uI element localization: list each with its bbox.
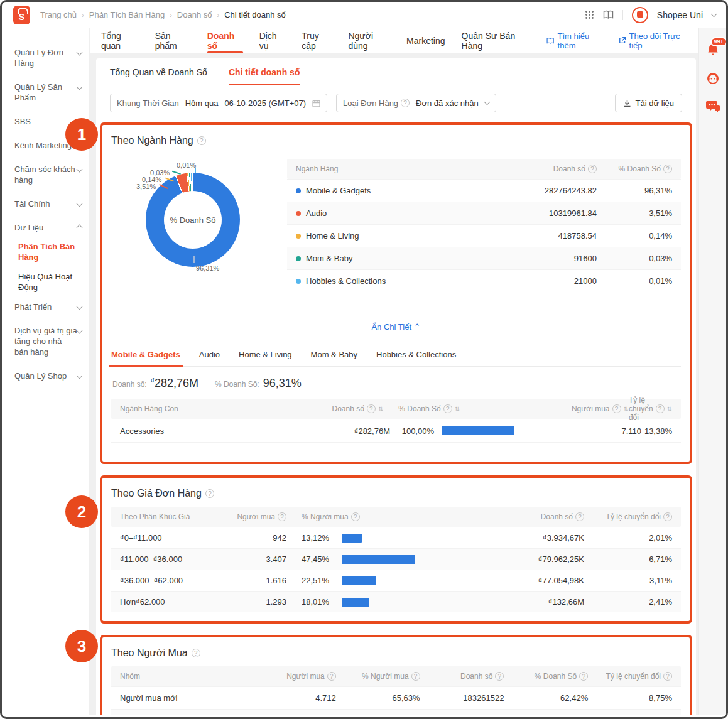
category-row-mom-baby: Mom & Baby 91600 0,03% (287, 247, 681, 269)
col-buyers: Người mua? (252, 672, 336, 681)
info-icon[interactable]: ? (192, 649, 200, 657)
apps-grid-icon[interactable] (585, 10, 594, 19)
learn-more-link[interactable]: Tìm hiểu thêm (546, 31, 603, 50)
info-icon[interactable]: ? (663, 672, 672, 681)
legend-dot-yellow (296, 234, 301, 239)
sidebar-item-customer-care[interactable]: Chăm sóc khách hàng (14, 164, 82, 185)
account-name[interactable]: Shopee Uni (657, 10, 703, 20)
donut-leader-line (195, 168, 196, 173)
info-icon[interactable]: ? (205, 489, 214, 498)
time-range-filter[interactable]: Khung Thời Gian Hôm qua 06-10-2025 (GMT+… (110, 94, 327, 112)
legend-dot-blue (296, 188, 301, 193)
sidebar-item-shop-management[interactable]: Quản Lý Shop (14, 370, 82, 381)
cat-tab-mom-baby[interactable]: Mom & Baby (311, 343, 357, 366)
tab-sales-advisor[interactable]: Quân Sư Bán Hàng (462, 28, 531, 53)
info-icon[interactable]: ? (327, 672, 336, 681)
pct-bar (342, 555, 415, 564)
tab-products[interactable]: Sản phẩm (155, 28, 191, 53)
cat-tab-audio[interactable]: Audio (199, 343, 220, 366)
info-icon[interactable]: ? (588, 165, 597, 173)
sidebar-subitem-sales-analytics[interactable]: Phân Tích Bán Hàng (18, 241, 82, 262)
legend-dot-orange (296, 211, 301, 216)
info-icon[interactable]: ? (367, 404, 376, 413)
info-icon[interactable]: ? (411, 672, 420, 681)
download-data-button[interactable]: Tải dữ liệu (615, 94, 682, 112)
pct-bar (342, 534, 362, 543)
account-chevron-down-icon[interactable] (711, 11, 717, 17)
price-segment-table: Theo Phân Khúc Giá Người mua? % Người mu… (111, 507, 681, 619)
sort-icon[interactable]: ⇅ (378, 406, 383, 413)
nav-divider (611, 36, 611, 45)
col-revenue-pct: % Doanh Số?⇅ (383, 404, 536, 413)
chevron-down-icon (77, 50, 83, 56)
cat-tab-hobbies[interactable]: Hobbies & Collections (376, 343, 456, 366)
legend-dot-teal (296, 256, 301, 261)
breadcrumb-sales[interactable]: Doanh số (177, 10, 212, 19)
tab-overview[interactable]: Tổng quan (101, 28, 139, 53)
sort-icon[interactable]: ⇅ (667, 406, 672, 413)
sidebar-item-value-added-services[interactable]: Dịch vụ giá trị gia tăng cho nhà bán hàn… (14, 325, 82, 357)
subtab-sales-detail[interactable]: Chi tiết doanh số (229, 58, 300, 85)
filter-bar: Khung Thời Gian Hôm qua 06-10-2025 (GMT+… (96, 85, 696, 116)
donut-chart[interactable]: % Doanh Số (146, 173, 240, 267)
tab-traffic[interactable]: Truy cập (302, 28, 332, 53)
shopee-logo-icon[interactable]: S (13, 6, 30, 24)
account-avatar[interactable] (632, 7, 648, 23)
info-icon[interactable]: ? (443, 404, 452, 413)
sidebar-item-data[interactable]: Dữ Liệu (14, 222, 82, 233)
chevron-down-icon (77, 304, 83, 310)
sidebar-subitem-operation-performance[interactable]: Hiệu Quả Hoạt Động (18, 271, 82, 293)
notification-rail: 99+ (698, 28, 726, 715)
tab-users[interactable]: Người dùng (348, 28, 390, 53)
live-track-link[interactable]: Theo dõi Trực tiếp (619, 31, 687, 50)
topbar-divider (622, 10, 623, 20)
info-icon[interactable]: ? (495, 672, 504, 681)
col-revenue: Doanh số? (477, 165, 597, 173)
donut-leader-line (193, 256, 195, 263)
tab-marketing[interactable]: Marketing (406, 28, 445, 53)
sort-icon[interactable]: ⇅ (624, 406, 629, 413)
info-icon[interactable]: ? (351, 512, 360, 521)
col-revenue-pct: % Doanh Số? (504, 672, 588, 681)
buyer-table-header: Nhóm Người mua? % Người mua? Doanh số? %… (111, 666, 681, 686)
info-icon[interactable]: ? (579, 672, 588, 681)
buyer-row-new: Người mua mới 4.712 65,63% 183261522 62,… (111, 686, 681, 709)
info-icon[interactable]: ? (656, 404, 665, 413)
chat-button[interactable] (705, 100, 720, 114)
col-revenue: Doanh số? (420, 672, 504, 681)
info-icon[interactable]: ? (612, 404, 621, 413)
subtab-sales-overview[interactable]: Tổng Quan về Doanh Số (110, 58, 207, 85)
guide-book-icon[interactable] (603, 10, 614, 19)
info-icon[interactable]: ? (663, 512, 672, 521)
notification-bell-button[interactable]: 99+ (705, 42, 720, 57)
tab-sales[interactable]: Doanh số (207, 28, 243, 53)
sidebar-item-product-management[interactable]: Quản Lý Sản Phẩm (14, 82, 82, 103)
annotation-badge-3: 3 (65, 630, 98, 662)
cat-tab-mobile[interactable]: Mobile & Gadgets (111, 343, 180, 366)
info-icon[interactable]: ? (401, 99, 410, 107)
sidebar-item-finance[interactable]: Tài Chính (14, 198, 82, 209)
sort-icon[interactable]: ⇅ (455, 406, 460, 413)
col-subcategory: Ngành Hàng Con (120, 404, 285, 413)
chat-bubble-icon (705, 100, 720, 114)
support-button[interactable] (705, 71, 720, 86)
order-type-filter[interactable]: Loại Đơn Hàng ? Đơn đã xác nhận (336, 94, 496, 112)
price-row-1: ₫0–₫11.000 942 13,12% ₫3.934,67K 2,01% (111, 527, 681, 548)
download-icon (623, 99, 631, 107)
category-row-home-living: Home & Living 418758.54 0,14% (287, 224, 681, 247)
hide-details-link[interactable]: Ẩn Chi Tiết ⌃ (371, 322, 420, 332)
info-icon[interactable]: ? (575, 512, 584, 521)
donut-label-hobbies: 0,01% (177, 161, 196, 169)
tab-services[interactable]: Dịch vụ (259, 28, 286, 53)
info-icon[interactable]: ? (278, 512, 286, 521)
subcategory-table: Ngành Hàng Con Doanh số?⇅ % Doanh Số?⇅ N… (111, 399, 681, 459)
sidebar-item-order-management[interactable]: Quản Lý Đơn Hàng (14, 47, 82, 68)
pct-bar (442, 426, 514, 435)
info-icon[interactable]: ? (663, 165, 672, 173)
col-conversion: Tỷ lệ chuyển đổi? (588, 672, 672, 681)
cat-tab-home-living[interactable]: Home & Living (239, 343, 292, 366)
info-icon[interactable]: ? (197, 136, 206, 145)
breadcrumb-home[interactable]: Trang chủ (40, 10, 77, 19)
breadcrumb-analytics[interactable]: Phân Tích Bán Hàng (89, 10, 165, 19)
sidebar-item-development[interactable]: Phát Triển (14, 301, 82, 312)
